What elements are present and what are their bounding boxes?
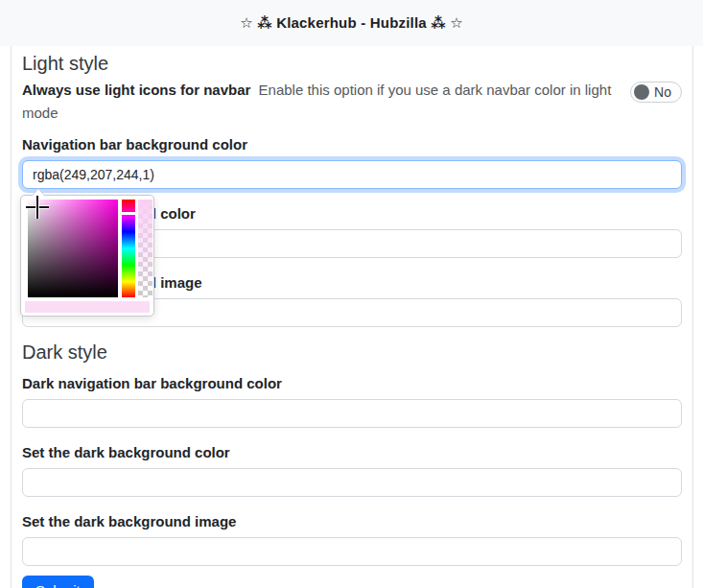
- hue-slider-dragger[interactable]: [121, 212, 136, 215]
- color-picker-popup: [20, 195, 154, 317]
- field-navbar-bg-color: Navigation bar background color: [22, 134, 682, 189]
- site-title: ☆ ⁂ Klackerhub - Hubzilla ⁂ ☆: [240, 14, 463, 32]
- selected-color-preview-bar: [25, 301, 150, 313]
- alpha-slider[interactable]: [138, 200, 152, 297]
- field-dark-bg-image: Set the dark background image: [22, 511, 682, 566]
- dark-bg-image-label: Set the dark background image: [22, 511, 682, 531]
- dark-style-heading: Dark style: [22, 341, 682, 364]
- top-navbar: ☆ ⁂ Klackerhub - Hubzilla ⁂ ☆: [0, 0, 703, 46]
- setting-light-icons: No Always use light icons for navbar Ena…: [22, 79, 682, 125]
- settings-panel: Light style No Always use light icons fo…: [11, 46, 693, 588]
- hue-slider[interactable]: [122, 200, 135, 297]
- toggle-knob-icon: [634, 84, 649, 100]
- light-style-heading: Light style: [22, 52, 682, 75]
- dark-bg-color-input[interactable]: [22, 468, 682, 497]
- dark-bg-image-input[interactable]: [22, 537, 682, 566]
- light-icons-label: Always use light icons for navbar: [22, 82, 250, 98]
- field-dark-navbar-bg-color: Dark navigation bar background color: [22, 373, 682, 428]
- saturation-value-square[interactable]: [28, 200, 118, 297]
- dark-navbar-bg-color-input[interactable]: [22, 399, 682, 428]
- light-icons-toggle[interactable]: No: [630, 82, 682, 103]
- navbar-bg-color-label: Navigation bar background color: [22, 134, 682, 154]
- color-dragger-crosshair-icon[interactable]: [26, 196, 49, 219]
- dark-navbar-bg-color-label: Dark navigation bar background color: [22, 373, 682, 393]
- navbar-bg-color-input[interactable]: [22, 160, 682, 189]
- dark-bg-color-label: Set the dark background color: [22, 442, 682, 462]
- toggle-state-label: No: [654, 85, 671, 99]
- submit-button[interactable]: Submit: [22, 576, 94, 588]
- field-dark-bg-color: Set the dark background color: [22, 442, 682, 497]
